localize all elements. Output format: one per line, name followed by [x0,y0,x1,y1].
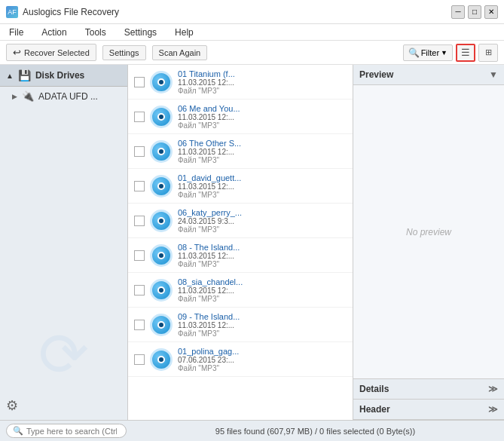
close-button[interactable]: ✕ [484,5,498,19]
file-info-6: 08_sia_chandel... 11.03.2015 12:... Файл… [178,277,347,303]
list-view-button[interactable]: ☰ [456,44,475,62]
file-name-3: 01_david_guett... [178,173,347,182]
file-icon-7 [149,313,173,337]
preview-panel: Preview ▼ No preview Details ≫ Header ≫ [353,65,504,420]
file-type-2: Файл "MP3" [178,156,347,164]
details-expand-icon[interactable]: ≫ [488,384,498,394]
file-item-7[interactable]: 09 - The Island... 11.03.2015 12:... Фай… [128,308,353,342]
menu-bar: File Action Tools Settings Help [0,24,504,41]
header-section: Header ≫ [353,400,504,420]
file-type-4: Файл "MP3" [178,225,347,234]
file-item-3[interactable]: 01_david_guett... 11.03.2015 12:... Файл… [128,169,353,204]
file-item-6[interactable]: 08_sia_chandel... 11.03.2015 12:... Файл… [128,273,353,308]
sidebar-item-adata[interactable]: ▶ 🔌 ADATA UFD ... [0,87,127,106]
adata-label: ADATA UFD ... [38,91,98,102]
settings-label: Settings [109,48,139,57]
main-content: ▲ 💾 Disk Drives ▶ 🔌 ADATA UFD ... ⟳ ⚙ 01… [0,65,504,420]
file-date-4: 24.03.2015 9:3... [178,217,347,225]
expand-icon: ▶ [12,93,17,100]
scan-label: Scan Again [159,48,201,57]
status-text: 95 files found (607,97 MB) / 0 files sel… [133,427,498,436]
recover-label: Recover Selected [24,48,90,57]
preview-body: No preview [353,85,504,378]
toolbar-right: 🔍 Filter ▼ ☰ ⊞ [403,44,498,62]
menu-action[interactable]: Action [38,26,69,39]
hdd-icon: 💾 [18,69,31,81]
file-date-6: 11.03.2015 12:... [178,286,347,295]
filter-button[interactable]: 🔍 Filter ▼ [403,44,453,61]
detail-view-button[interactable]: ⊞ [478,44,498,62]
disk-drives-header: ▲ 💾 Disk Drives [0,65,127,87]
header-label: Header [359,404,390,415]
file-info-5: 08 - The Island... 11.03.2015 12:... Фай… [178,243,347,268]
file-info-7: 09 - The Island... 11.03.2015 12:... Фай… [178,312,347,338]
file-checkbox-0[interactable] [134,77,145,87]
file-info-8: 01_polina_gag... 07.06.2015 23:... Файл … [178,347,347,372]
app-icon: AF [6,6,18,18]
sidebar-watermark: ⟳ [38,320,89,390]
file-checkbox-8[interactable] [134,354,145,365]
scan-again-button[interactable]: Scan Again [152,45,208,60]
title-left: AF Auslogics File Recovery [6,6,119,18]
file-item-0[interactable]: 01 Titanium (f... 11.03.2015 12:... Файл… [128,65,353,100]
preview-footer: Details ≫ Header ≫ [353,378,504,420]
search-input[interactable] [26,427,117,436]
file-icon-6 [149,278,173,302]
file-item-1[interactable]: 06 Me and You... 11.03.2015 12:... Файл … [128,100,353,134]
file-date-3: 11.03.2015 12:... [178,182,347,191]
file-item-2[interactable]: 06 The Other S... 11.03.2015 12:... Файл… [128,134,353,169]
file-type-6: Файл "MP3" [178,295,347,303]
gear-button[interactable]: ⚙ [0,391,127,420]
file-checkbox-1[interactable] [134,112,145,122]
minimize-button[interactable]: ─ [451,5,465,19]
details-section: Details ≫ [353,379,504,400]
search-icon: 🔍 [408,47,420,58]
file-name-4: 06_katy_perry_... [178,208,347,217]
file-type-1: Файл "MP3" [178,121,347,130]
toolbar: ↩ Recover Selected Settings Scan Again 🔍… [0,41,504,65]
preview-header: Preview ▼ [353,65,504,85]
file-icon-1 [149,105,173,129]
disk-drives-label: Disk Drives [35,70,84,81]
file-checkbox-6[interactable] [134,285,145,296]
file-item-8[interactable]: 01_polina_gag... 07.06.2015 23:... Файл … [128,342,353,377]
file-checkbox-5[interactable] [134,250,145,261]
file-type-7: Файл "MP3" [178,329,347,338]
menu-help[interactable]: Help [172,26,197,39]
file-info-4: 06_katy_perry_... 24.03.2015 9:3... Файл… [178,208,347,234]
file-checkbox-3[interactable] [134,181,145,191]
file-item-4[interactable]: 06_katy_perry_... 24.03.2015 9:3... Файл… [128,204,353,238]
file-checkbox-4[interactable] [134,216,145,226]
file-info-0: 01 Titanium (f... 11.03.2015 12:... Файл… [178,69,347,95]
file-name-1: 06 Me and You... [178,104,347,113]
file-name-8: 01_polina_gag... [178,347,347,356]
file-type-3: Файл "MP3" [178,191,347,199]
file-info-2: 06 The Other S... 11.03.2015 12:... Файл… [178,139,347,164]
file-date-5: 11.03.2015 12:... [178,252,347,260]
file-type-0: Файл "MP3" [178,87,347,95]
gear-icon: ⚙ [6,397,18,414]
file-info-1: 06 Me and You... 11.03.2015 12:... Файл … [178,104,347,130]
no-preview-text: No preview [406,227,451,237]
maximize-button[interactable]: □ [468,5,481,19]
file-type-8: Файл "MP3" [178,364,347,372]
file-checkbox-7[interactable] [134,320,145,330]
file-icon-5 [149,243,173,268]
header-expand-icon[interactable]: ≫ [488,404,498,415]
menu-tools[interactable]: Tools [82,26,109,39]
preview-collapse-icon[interactable]: ▼ [489,69,498,80]
settings-button[interactable]: Settings [102,45,146,60]
file-item-5[interactable]: 08 - The Island... 11.03.2015 12:... Фай… [128,238,353,273]
file-date-7: 11.03.2015 12:... [178,321,347,329]
menu-file[interactable]: File [6,26,26,39]
file-date-1: 11.03.2015 12:... [178,113,347,121]
file-date-0: 11.03.2015 12:... [178,78,347,87]
recover-selected-button[interactable]: ↩ Recover Selected [6,44,96,61]
recover-icon: ↩ [13,47,21,58]
file-name-6: 08_sia_chandel... [178,277,347,286]
window-title: Auslogics File Recovery [23,7,119,17]
menu-settings[interactable]: Settings [121,26,160,39]
usb-icon: 🔌 [22,90,34,102]
file-checkbox-2[interactable] [134,146,145,157]
search-box[interactable]: 🔍 [6,424,127,438]
